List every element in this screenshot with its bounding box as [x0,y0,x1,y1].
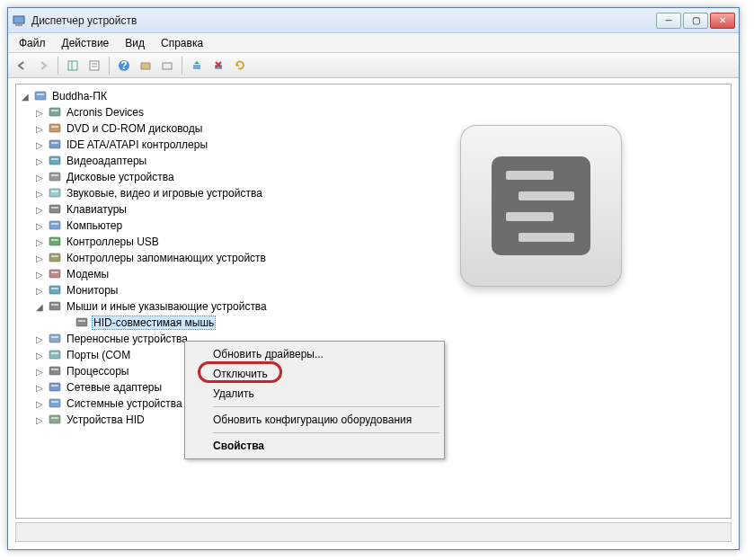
context-menu-item[interactable]: Свойства [188,436,441,456]
device-icon [48,105,62,120]
context-menu-item[interactable]: Отключить [188,364,441,384]
tree-category[interactable]: ▷Контроллеры запоминающих устройств [16,250,731,266]
svg-rect-40 [51,304,58,306]
context-menu-item[interactable]: Обновить конфигурацию оборудования [188,410,441,430]
tree-category[interactable]: ▷Дисковые устройства [16,169,731,185]
expander-icon[interactable]: ▷ [34,415,45,425]
svg-rect-41 [76,318,87,326]
tb-show-hide-button[interactable] [63,56,83,76]
device-manager-window: Диспетчер устройств ─ ▢ ✕ Файл Действие … [7,7,740,550]
expander-icon[interactable]: ▷ [34,156,45,166]
svg-rect-33 [49,253,60,262]
expander-icon[interactable]: ▷ [34,351,45,360]
expander-icon[interactable]: ▷ [34,108,45,118]
tree-category[interactable]: ▷DVD и CD-ROM дисководы [16,120,731,137]
tree-category[interactable]: ▷Контроллеры USB [16,234,731,250]
tree-category[interactable]: ▷Мониторы [16,282,731,298]
tree-node-label: Мыши и иные указывающие устройства [65,300,269,313]
expander-icon[interactable]: ▷ [34,237,45,247]
expander-icon[interactable]: ▷ [34,221,45,231]
monitor-icon [48,283,62,298]
computer-icon [48,218,62,233]
network-icon [48,380,62,395]
expander-icon[interactable]: ▷ [34,253,45,263]
system-icon [48,396,62,411]
tb-uninstall-button[interactable] [208,56,228,76]
tree-device[interactable]: HID-совместимая мышь [16,315,731,331]
svg-rect-20 [51,142,58,144]
expander-icon[interactable]: ▷ [34,124,45,134]
expander-icon[interactable]: ▷ [34,173,45,182]
expander-icon[interactable]: ▷ [34,399,45,409]
close-button[interactable]: ✕ [710,13,735,29]
svg-rect-50 [51,385,58,387]
tb-update-driver-button[interactable] [187,56,207,76]
minimize-button[interactable]: ─ [656,13,681,29]
svg-rect-45 [49,351,60,359]
tree-node-label: Acronis Devices [65,106,146,119]
expander-icon[interactable]: ▷ [34,140,45,150]
svg-rect-38 [51,288,58,289]
tree-category[interactable]: ◢Мыши и иные указывающие устройства [16,298,731,315]
tree-root[interactable]: ◢Buddha-ПК [16,88,731,104]
tree-category[interactable]: ▷Acronis Devices [16,104,731,120]
tb-help-button[interactable]: ? [114,56,134,76]
controller-icon [48,138,62,152]
tree-category[interactable]: ▷Модемы [16,266,731,282]
svg-rect-34 [51,255,58,257]
svg-rect-52 [51,401,58,403]
context-menu-item[interactable]: Обновить драйверы... [188,344,441,364]
svg-rect-48 [51,369,58,370]
svg-rect-27 [49,205,60,213]
maximize-button[interactable]: ▢ [683,13,708,29]
tree-category[interactable]: ▷Звуковые, видео и игровые устройства [16,185,731,201]
tb-back-button[interactable] [12,56,31,76]
svg-rect-9 [141,63,150,69]
svg-rect-21 [49,156,60,164]
cpu-icon [48,364,62,378]
sound-icon [48,186,62,200]
menu-action[interactable]: Действие [55,35,117,51]
tb-scan-button[interactable] [136,56,155,76]
tb-refresh-button[interactable] [230,56,250,76]
expander-icon[interactable]: ◢ [20,92,31,102]
tb-properties-button[interactable] [84,56,104,76]
tb-forward-button[interactable] [33,56,53,76]
expander-icon[interactable]: ▷ [34,334,45,344]
menu-view[interactable]: Вид [118,35,152,51]
tree-node-label: IDE ATA/ATAPI контроллеры [65,138,209,151]
svg-rect-42 [78,320,85,322]
tree-category[interactable]: ▷Клавиатуры [16,201,731,218]
expander-icon[interactable]: ◢ [34,302,45,312]
svg-rect-44 [51,336,58,338]
expander-icon[interactable]: ▷ [34,286,45,296]
expander-icon[interactable]: ▷ [34,270,45,280]
tree-node-label: Звуковые, видео и игровые устройства [65,187,264,200]
svg-rect-22 [51,158,58,160]
svg-rect-26 [51,191,58,192]
tree-category[interactable]: ▷IDE ATA/ATAPI контроллеры [16,137,731,153]
menu-file[interactable]: Файл [12,35,53,51]
svg-rect-43 [49,334,60,342]
tb-action-button[interactable] [157,56,177,76]
tree-category[interactable]: ▷Видеоадаптеры [16,153,731,169]
tree-node-label: Контроллеры запоминающих устройств [65,252,268,264]
expander-icon[interactable]: ▷ [34,383,45,393]
storage-icon [48,251,62,265]
svg-rect-15 [49,108,60,116]
expander-icon[interactable]: ▷ [34,367,45,377]
tree-node-label: Компьютер [65,219,124,232]
svg-rect-2 [68,61,77,70]
expander-icon[interactable]: ▷ [34,189,45,199]
tree-node-label: Сетевые адаптеры [65,381,164,394]
svg-rect-51 [49,399,60,407]
expander-icon[interactable]: ▷ [34,205,45,215]
tree-category[interactable]: ▷Компьютер [16,218,731,234]
menu-help[interactable]: Справка [154,35,210,51]
context-menu-item[interactable]: Удалить [188,384,441,404]
tree-node-label: Мониторы [65,284,120,297]
tree-node-label: Модемы [65,268,111,280]
titlebar[interactable]: Диспетчер устройств ─ ▢ ✕ [8,8,739,33]
disc-icon [48,121,62,136]
computer-icon [33,89,48,103]
